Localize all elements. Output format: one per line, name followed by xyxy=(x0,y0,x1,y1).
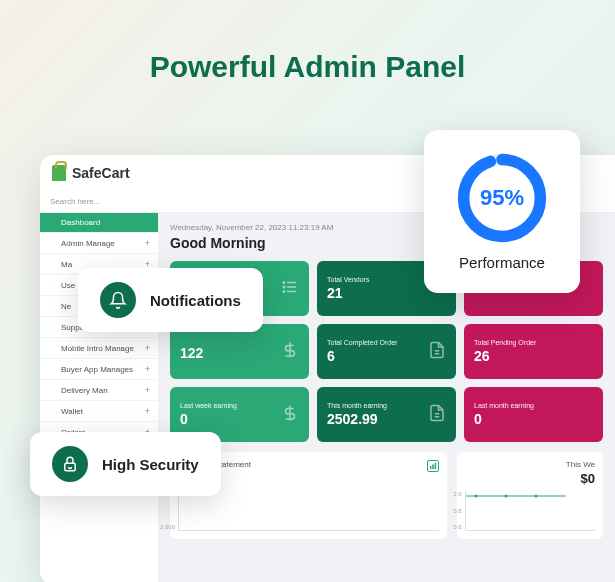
sidebar-label: Admin Manage xyxy=(61,239,115,248)
svg-point-17 xyxy=(504,495,507,498)
card-icon xyxy=(281,341,299,363)
brand-name: SafeCart xyxy=(72,165,130,181)
sidebar-item-1[interactable]: Admin Manage+ xyxy=(40,233,158,254)
expand-icon: + xyxy=(145,238,150,248)
sidebar-item-0[interactable]: Dashboard xyxy=(40,213,158,233)
stat-card-8[interactable]: Last month earning0 xyxy=(464,387,603,442)
card-icon xyxy=(281,278,299,300)
lock-icon xyxy=(52,446,88,482)
stat-card-5[interactable]: Total Pending Order26 xyxy=(464,324,603,379)
y-tick: 1.0 xyxy=(444,491,462,497)
sidebar-label: Mobile Intro Manage xyxy=(61,344,134,353)
stat-card-3[interactable]: 122 xyxy=(170,324,309,379)
card-label: Total Pending Order xyxy=(474,339,593,346)
svg-rect-14 xyxy=(434,463,436,469)
sidebar-label: Ma xyxy=(61,260,72,269)
notifications-feature: Notifications xyxy=(78,268,263,332)
week-chart: This We $0 1.0 0.8 0.6 xyxy=(457,452,603,539)
svg-point-4 xyxy=(283,286,285,288)
security-label: High Security xyxy=(102,456,199,473)
sidebar-label: Dashboard xyxy=(61,218,100,227)
sidebar-label: Wallet xyxy=(61,407,83,416)
y-tick: 2,000 xyxy=(158,524,175,530)
sidebar-item-7[interactable]: Buyer App Manages+ xyxy=(40,359,158,380)
progress-ring: 95% xyxy=(454,150,550,246)
svg-point-18 xyxy=(534,495,537,498)
sidebar-label: Ne xyxy=(61,302,71,311)
chart-options-icon[interactable] xyxy=(427,460,439,472)
page-heading: Powerful Admin Panel xyxy=(0,0,615,114)
sidebar-label: Use xyxy=(61,281,75,290)
svg-point-5 xyxy=(283,290,285,292)
svg-point-16 xyxy=(474,495,477,498)
svg-point-3 xyxy=(283,281,285,283)
cart-logo-icon xyxy=(52,165,66,181)
svg-rect-12 xyxy=(429,466,431,469)
sidebar-item-8[interactable]: Delivery Man+ xyxy=(40,380,158,401)
sidebar-item-6[interactable]: Mobile Intro Manage+ xyxy=(40,338,158,359)
stat-card-4[interactable]: Total Completed Order6 xyxy=(317,324,456,379)
performance-label: Performance xyxy=(454,254,550,271)
card-value: 26 xyxy=(474,348,593,364)
security-feature: High Security xyxy=(30,432,221,496)
sidebar-label: Delivery Man xyxy=(61,386,108,395)
y-tick: 0.8 xyxy=(444,508,462,514)
notifications-label: Notifications xyxy=(150,292,241,309)
bell-icon xyxy=(100,282,136,318)
card-icon xyxy=(281,404,299,426)
card-icon xyxy=(428,404,446,426)
y-tick: 0.6 xyxy=(444,524,462,530)
card-value: 0 xyxy=(474,411,593,427)
expand-icon: + xyxy=(145,364,150,374)
expand-icon: + xyxy=(145,406,150,416)
svg-rect-19 xyxy=(65,463,76,471)
sidebar-label: Buyer App Manages xyxy=(61,365,133,374)
expand-icon: + xyxy=(145,385,150,395)
card-label: Last month earning xyxy=(474,402,593,409)
week-chart-title: This We xyxy=(465,460,595,469)
week-chart-amount: $0 xyxy=(465,471,595,486)
performance-card: 95% Performance xyxy=(424,130,580,293)
stat-card-7[interactable]: This month earning2502.99 xyxy=(317,387,456,442)
svg-rect-13 xyxy=(432,464,434,469)
performance-percent: 95% xyxy=(454,150,550,246)
sidebar-item-9[interactable]: Wallet+ xyxy=(40,401,158,422)
card-icon xyxy=(428,341,446,363)
expand-icon: + xyxy=(145,343,150,353)
